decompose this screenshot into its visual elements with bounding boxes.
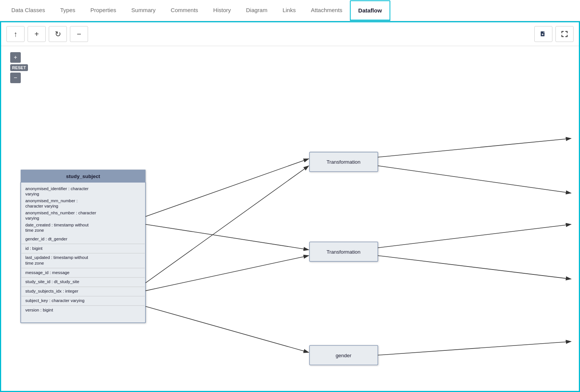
svg-line-42 — [145, 166, 309, 283]
up-button[interactable]: ↑ — [6, 26, 25, 42]
diagram-canvas[interactable]: + RESET − study_subject — [1, 46, 579, 391]
page-wrapper: Data Classes Types Properties Summary Co… — [0, 0, 580, 392]
toolbar: ↑ + ↻ − — [1, 22, 579, 46]
svg-text:message_id : message: message_id : message — [25, 270, 70, 275]
table-study-subject[interactable]: study_subject anonymised_identifier : ch… — [21, 170, 146, 323]
tab-comments[interactable]: Comments — [163, 1, 206, 20]
svg-line-41 — [145, 159, 309, 217]
svg-text:study_subject: study_subject — [66, 174, 101, 179]
main-content: ↑ + ↻ − — [0, 21, 580, 392]
toolbar-right — [534, 26, 574, 42]
svg-text:anonymised_mrn_number :: anonymised_mrn_number : — [25, 198, 77, 203]
svg-text:subject_key : character varyin: subject_key : character varying — [25, 298, 85, 303]
tab-bar: Data Classes Types Properties Summary Co… — [0, 0, 580, 21]
svg-text:id : bigint: id : bigint — [25, 246, 43, 251]
svg-line-44 — [145, 256, 309, 291]
svg-text:time zone: time zone — [25, 228, 44, 232]
svg-line-49 — [378, 256, 571, 279]
svg-text:date_created : timestamp witho: date_created : timestamp without — [25, 223, 89, 227]
svg-line-47 — [378, 166, 571, 193]
svg-text:character varying: character varying — [25, 204, 58, 208]
zoom-in-button[interactable]: + — [10, 52, 21, 63]
add-button[interactable]: + — [28, 26, 46, 42]
tab-data-classes[interactable]: Data Classes — [4, 1, 53, 20]
zoom-out-button[interactable]: − — [10, 73, 21, 83]
tab-types[interactable]: Types — [53, 1, 83, 20]
svg-line-50 — [378, 341, 571, 355]
tab-diagram[interactable]: Diagram — [238, 1, 275, 20]
fullscreen-button[interactable] — [555, 26, 574, 42]
svg-text:version : bigint: version : bigint — [25, 308, 53, 312]
svg-line-43 — [145, 224, 309, 249]
transformation-box-1[interactable]: Transformation — [309, 152, 378, 172]
transformation-box-2[interactable]: Transformation — [309, 242, 378, 262]
tab-attachments[interactable]: Attachments — [303, 1, 350, 20]
download-button[interactable] — [534, 26, 552, 42]
tab-links[interactable]: Links — [275, 1, 303, 20]
remove-button[interactable]: − — [70, 26, 88, 42]
svg-text:varying: varying — [25, 192, 39, 196]
svg-text:gender_id : dt_gender: gender_id : dt_gender — [25, 237, 67, 241]
toolbar-left: ↑ + ↻ − — [6, 26, 531, 42]
tab-dataflow[interactable]: Dataflow — [350, 0, 390, 21]
svg-text:gender: gender — [336, 353, 351, 358]
svg-line-45 — [145, 306, 309, 352]
zoom-controls: + RESET − — [10, 52, 28, 83]
svg-text:study_site_id : dt_study_site: study_site_id : dt_study_site — [25, 279, 79, 284]
svg-line-46 — [378, 138, 571, 157]
tab-properties[interactable]: Properties — [83, 1, 124, 20]
svg-text:Transformation: Transformation — [326, 249, 360, 255]
svg-text:study_subjects_idx : integer: study_subjects_idx : integer — [25, 289, 78, 293]
svg-text:time zone: time zone — [25, 261, 44, 265]
svg-text:anonymised_identifier : charac: anonymised_identifier : character — [25, 186, 89, 191]
svg-text:last_updated : timestamp witho: last_updated : timestamp without — [25, 255, 88, 260]
tab-summary[interactable]: Summary — [124, 1, 163, 20]
zoom-reset-button[interactable]: RESET — [10, 64, 28, 71]
tab-history[interactable]: History — [206, 1, 238, 20]
svg-line-48 — [378, 224, 571, 248]
refresh-button[interactable]: ↻ — [49, 26, 67, 42]
svg-text:varying: varying — [25, 216, 39, 220]
diagram-svg: study_subject anonymised_identifier : ch… — [1, 46, 579, 391]
svg-text:Transformation: Transformation — [326, 159, 360, 165]
gender-box[interactable]: gender — [309, 346, 378, 365]
svg-text:anonymised_nhs_number : charac: anonymised_nhs_number : character — [25, 211, 96, 215]
